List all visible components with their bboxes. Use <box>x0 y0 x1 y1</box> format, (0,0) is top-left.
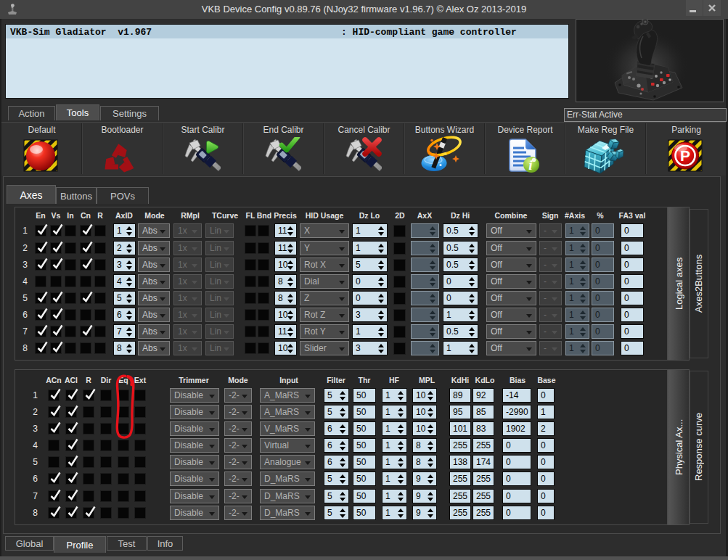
svg-text:P: P <box>680 147 690 164</box>
svg-text:i: i <box>528 157 533 173</box>
